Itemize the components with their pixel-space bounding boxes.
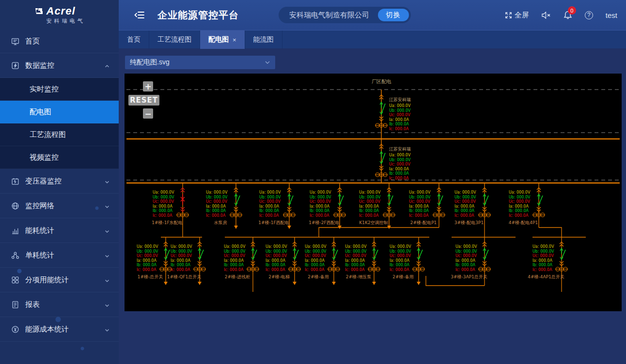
svg-text:Uc: 000.0V: Uc: 000.0V [455, 254, 477, 258]
tab-2[interactable]: 配电图× [200, 30, 245, 49]
svg-text:Ia: 000.0A: Ia: 000.0A [171, 258, 190, 263]
company-name: 安科瑞电气制造有限公司 [289, 11, 369, 20]
svg-text:4#楼-4AP1总开关: 4#楼-4AP1总开关 [528, 274, 564, 279]
svg-text:Ib: 000.0A: Ib: 000.0A [389, 171, 409, 176]
sidebar-item-label: 分项用能统计 [25, 275, 69, 285]
svg-text:Ub: 000.0V: Ub: 000.0V [305, 249, 327, 254]
svg-text:2#楼-进线柜: 2#楼-进线柜 [225, 274, 250, 279]
svg-text:Ia: 000.0A: Ia: 000.0A [266, 258, 285, 263]
svg-text:Ib: 000.0A: Ib: 000.0A [390, 263, 410, 267]
svg-text:Ib: 000.0A: Ib: 000.0A [345, 263, 365, 267]
svg-text:Uc: 000.0V: Uc: 000.0V [259, 199, 281, 204]
svg-text:Ia: 000.0A: Ia: 000.0A [454, 204, 474, 209]
sidebar-nav: 首页数据监控实时监控配电图工艺流程图视频监控变压器监控监控网络能耗统计单耗统计分… [0, 30, 119, 342]
svg-text:Ia: 000.0A: Ia: 000.0A [137, 258, 156, 263]
brand-subtitle: 安科瑞电气 [47, 17, 85, 25]
sidebar-item-7[interactable]: 监控网络 [0, 194, 119, 218]
sidebar-item-10[interactable]: 分项用能统计 [0, 268, 119, 292]
svg-text:水泵房: 水泵房 [214, 220, 227, 225]
svg-text:Ub: 000.0V: Ub: 000.0V [409, 195, 431, 199]
fullscreen-button[interactable]: 全屏 [505, 11, 529, 20]
main-content: 纯配电图.svg + RESET − 厂区配电江苏安科瑞Ua: 000.0VUb… [119, 48, 626, 364]
svg-text:Uc: 000.0V: Uc: 000.0V [532, 254, 554, 258]
diagram-file-value: 纯配电图.svg [130, 58, 265, 67]
svg-text:3#楼-配电3P1: 3#楼-配电3P1 [454, 220, 484, 225]
svg-text:Ua: 000.0V: Ua: 000.0V [455, 244, 477, 249]
zoom-in-button[interactable]: + [143, 81, 153, 91]
brand-name: Acrel [47, 6, 85, 16]
svg-text:Ua: 000.0V: Ua: 000.0V [532, 244, 554, 249]
tab-0[interactable]: 首页 [119, 30, 149, 49]
sidebar-item-11[interactable]: 报表 [0, 292, 119, 317]
svg-text:Ib: 000.0A: Ib: 000.0A [310, 209, 330, 213]
sidebar-item-label: 视频监控 [30, 153, 59, 162]
svg-text:Ua: 000.0V: Ua: 000.0V [259, 190, 281, 195]
svg-text:Ua: 000.0V: Ua: 000.0V [389, 104, 411, 108]
svg-text:Ub: 000.0V: Ub: 000.0V [359, 195, 381, 199]
sidebar-item-1[interactable]: 数据监控 [0, 53, 119, 78]
home-icon [11, 37, 19, 46]
svg-text:Uc: 000.0V: Uc: 000.0V [389, 113, 410, 117]
svg-text:Uc: 000.0V: Uc: 000.0V [454, 199, 476, 204]
svg-text:Ub: 000.0V: Ub: 000.0V [137, 249, 158, 254]
svg-text:2#楼-电梯: 2#楼-电梯 [268, 274, 290, 279]
svg-text:4#楼-配电4P1: 4#楼-配电4P1 [509, 220, 538, 225]
svg-text:Ic: 000.0A: Ic: 000.0A [409, 213, 429, 218]
sidebar-item-label: 数据监控 [25, 61, 54, 70]
energy-stat-icon [11, 226, 19, 235]
acrel-logo-icon [34, 6, 44, 18]
svg-text:Ia: 000.0A: Ia: 000.0A [359, 204, 379, 209]
svg-text:Ic: 000.0A: Ic: 000.0A [389, 176, 409, 181]
svg-text:Ua: 000.0V: Ua: 000.0V [224, 244, 246, 249]
sidebar-item-5[interactable]: 视频监控 [0, 146, 119, 169]
svg-text:Ic: 000.0A: Ic: 000.0A [305, 268, 325, 272]
svg-text:Uc: 000.0V: Uc: 000.0V [137, 254, 158, 258]
unit-stat-icon [11, 251, 19, 259]
sidebar-item-6[interactable]: 变压器监控 [0, 169, 119, 194]
chevron-down-icon [265, 60, 270, 65]
diagram-canvas[interactable]: + RESET − 厂区配电江苏安科瑞Ua: 000.0VUb: 000.0VU… [125, 74, 622, 311]
mute-icon[interactable] [542, 12, 551, 19]
svg-text:Ua: 000.0V: Ua: 000.0V [310, 190, 331, 195]
zoom-reset-button[interactable]: RESET [128, 95, 159, 106]
tab-3[interactable]: 能流图 [245, 30, 282, 49]
collapse-menu-icon[interactable] [134, 11, 145, 19]
svg-text:Ib: 000.0A: Ib: 000.0A [389, 122, 409, 126]
svg-text:Ic: 000.0A: Ic: 000.0A [171, 268, 190, 272]
notifications-button[interactable]: 0 [563, 11, 572, 19]
tab-close-icon[interactable]: × [233, 36, 236, 44]
svg-text:Ub: 000.0V: Ub: 000.0V [171, 249, 192, 254]
svg-text:Uc: 000.0V: Uc: 000.0V [266, 254, 287, 258]
tab-1[interactable]: 工艺流程图 [149, 30, 200, 49]
sidebar-item-2[interactable]: 实时监控 [0, 78, 119, 101]
zoom-out-button[interactable]: − [143, 108, 153, 119]
svg-text:Ua: 000.0V: Ua: 000.0V [266, 244, 287, 249]
svg-text:Ia: 000.0A: Ia: 000.0A [224, 258, 244, 263]
svg-text:Ua: 000.0V: Ua: 000.0V [305, 244, 327, 249]
svg-text:Ib: 000.0A: Ib: 000.0A [266, 263, 286, 267]
sidebar-item-12[interactable]: 能源成本统计 [0, 317, 119, 342]
tab-label: 工艺流程图 [157, 35, 191, 44]
sidebar-item-9[interactable]: 单耗统计 [0, 243, 119, 268]
page-title: 企业能源管控平台 [157, 9, 239, 22]
sidebar-item-8[interactable]: 能耗统计 [0, 218, 119, 243]
svg-text:Ib: 000.0A: Ib: 000.0A [455, 263, 476, 267]
svg-text:Ia: 000.0A: Ia: 000.0A [389, 167, 409, 171]
sidebar: Acrel 安科瑞电气 首页数据监控实时监控配电图工艺流程图视频监控变压器监控监… [0, 0, 119, 364]
network-icon [11, 201, 19, 210]
svg-text:Ua: 000.0V: Ua: 000.0V [206, 190, 228, 195]
svg-text:Ua: 000.0V: Ua: 000.0V [454, 190, 476, 195]
svg-text:Ia: 000.0A: Ia: 000.0A [153, 204, 172, 209]
svg-text:Ub: 000.0V: Ub: 000.0V [153, 195, 174, 199]
diagram-file-select[interactable]: 纯配电图.svg [125, 56, 275, 69]
sidebar-item-4[interactable]: 工艺流程图 [0, 123, 119, 146]
sidebar-item-3[interactable]: 配电图 [0, 101, 119, 123]
svg-text:Ia: 000.0A: Ia: 000.0A [310, 204, 329, 209]
username[interactable]: test [606, 11, 617, 19]
switch-company-button[interactable]: 切换 [378, 9, 409, 21]
svg-text:1#楼-QF1总开关: 1#楼-QF1总开关 [167, 274, 202, 279]
logo: Acrel 安科瑞电气 [0, 0, 119, 30]
sidebar-item-0[interactable]: 首页 [0, 30, 119, 53]
sidebar-item-label: 工艺流程图 [30, 130, 66, 139]
help-icon[interactable]: ? [585, 11, 593, 19]
